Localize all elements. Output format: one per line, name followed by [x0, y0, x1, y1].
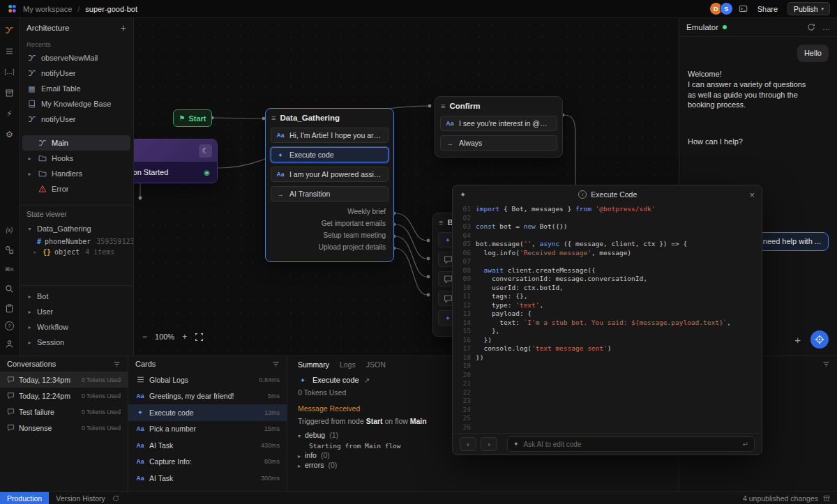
- card-log-row[interactable]: Global Logs 0.84ms: [128, 372, 287, 388]
- recents-item[interactable]: My Knowledge Base: [22, 96, 130, 112]
- zoom-out-button[interactable]: −: [142, 332, 147, 342]
- flow-card[interactable]: → AI Transition: [271, 186, 389, 201]
- bolt-icon[interactable]: ⚡: [3, 107, 16, 120]
- tree-item[interactable]: Error: [22, 181, 130, 197]
- conversation-row[interactable]: Nonsense 0 Tokens Used: [0, 420, 128, 436]
- trigger-body[interactable]: Conversation Started ◉: [134, 162, 217, 183]
- breadcrumb-workspace[interactable]: My workspace: [23, 5, 72, 13]
- card-log-row[interactable]: Aa AI Task 430ms: [128, 437, 287, 454]
- state-group[interactable]: ▸ Workflow: [22, 319, 130, 335]
- chat-console-icon[interactable]: [739, 4, 748, 13]
- state-root[interactable]: ▾ Data_Gathering: [22, 221, 130, 236]
- cmdk-icon[interactable]: ⌘K: [3, 263, 16, 275]
- state-group[interactable]: ▸ Bot: [22, 289, 130, 304]
- recents-item[interactable]: notifyUser: [22, 112, 130, 127]
- person-icon[interactable]: [3, 337, 16, 350]
- log-group-label: debug: [305, 431, 325, 439]
- flow-card[interactable]: → Always: [440, 135, 557, 151]
- tree-item[interactable]: Main: [22, 135, 130, 151]
- attachment-button[interactable]: +: [794, 334, 801, 346]
- drag-handle-icon[interactable]: ≡: [441, 102, 445, 110]
- avatar[interactable]: S: [720, 2, 733, 15]
- recents-item[interactable]: notifyUser: [22, 66, 130, 81]
- code-editor[interactable]: 01 02 03 04 05 06 07 08 09 10 11 12 13 1…: [453, 204, 762, 433]
- botpress-logo-icon[interactable]: [7, 3, 17, 14]
- drag-handle-icon[interactable]: ≡: [439, 218, 443, 227]
- transition-row[interactable]: Get important emails: [266, 217, 393, 229]
- flow-card[interactable]: ✦ Execute code: [271, 147, 389, 162]
- Aa-icon: Aa: [135, 425, 145, 432]
- flow-card[interactable]: Aa I am your AI powered assistant: [271, 167, 389, 182]
- card-log-row[interactable]: Aa Greetings, my dear friend! 5ms: [128, 388, 287, 405]
- flow-card[interactable]: Aa Hi, I'm Artie! I hope you are havi...: [271, 128, 389, 143]
- brackets-icon[interactable]: […]: [3, 66, 16, 78]
- state-variable[interactable]: # phoneNumber 3593591234: [20, 236, 133, 247]
- code-lines[interactable]: import { Bot, messages } from '@botpress…: [476, 205, 762, 433]
- chevron-icon: ▸: [33, 250, 39, 255]
- transition-row[interactable]: Weekly brief: [266, 206, 393, 217]
- previous-button[interactable]: ‹: [460, 437, 476, 451]
- state-variable[interactable]: ▸ {} object 4 items: [20, 247, 133, 257]
- node-header[interactable]: ≡ Data_Gathering: [266, 109, 393, 126]
- start-node[interactable]: ⚑ Start: [173, 109, 212, 127]
- varx-icon[interactable]: (x): [3, 224, 16, 236]
- recents-item[interactable]: ▦ Email Table: [22, 81, 130, 96]
- card-log-row[interactable]: Aa Capture Info: 80ms: [128, 454, 287, 471]
- node-data-gathering[interactable]: ≡ Data_Gathering Aa Hi, I'm Artie! I hop…: [265, 108, 394, 262]
- ask-ai-input[interactable]: ✦ Ask AI to edit code ↵: [507, 436, 755, 452]
- flow-card[interactable]: Aa I see you're interest in @workfl...: [440, 116, 557, 131]
- next-button[interactable]: ›: [481, 437, 497, 451]
- version-history-button[interactable]: Version History: [49, 494, 112, 503]
- gear-icon[interactable]: ⚙: [3, 128, 16, 141]
- transition-label: Get important emails: [322, 220, 386, 227]
- tree-item[interactable]: ▸ Hooks: [22, 151, 130, 166]
- publish-button[interactable]: Publish ▾: [787, 2, 830, 15]
- breadcrumb-project[interactable]: super-good-bot: [85, 5, 137, 13]
- history-icon[interactable]: [112, 495, 119, 502]
- more-options-icon[interactable]: …: [822, 23, 830, 31]
- node-confirm[interactable]: ≡ Confirm Aa I see you're interest in @w…: [435, 96, 563, 158]
- inspector-tab[interactable]: Summary: [298, 360, 329, 369]
- locate-node-button[interactable]: [810, 330, 829, 349]
- restart-conversation-icon[interactable]: [807, 23, 815, 31]
- search-icon[interactable]: [3, 282, 16, 295]
- conversation-row[interactable]: Today, 12:34pm 0 Tokens Used: [0, 372, 128, 388]
- zoom-in-button[interactable]: +: [182, 332, 187, 342]
- inspector-tab[interactable]: Logs: [340, 360, 356, 369]
- architecture-icon[interactable]: [3, 24, 16, 36]
- bubble-icon: [443, 294, 453, 303]
- conversation-row[interactable]: Test failure 0 Tokens Used: [0, 404, 128, 420]
- filter-icon[interactable]: [272, 360, 280, 368]
- production-toggle[interactable]: Production: [0, 492, 49, 504]
- publish-label: Publish: [794, 5, 817, 13]
- inspector-tab[interactable]: JSON: [366, 360, 386, 369]
- filter-icon[interactable]: [822, 360, 830, 368]
- list-icon[interactable]: [3, 45, 16, 57]
- archive-icon[interactable]: [3, 86, 16, 99]
- drag-handle-icon[interactable]: ≡: [271, 114, 276, 122]
- filter-icon[interactable]: [113, 360, 121, 368]
- log-group-toggle[interactable]: errors (0): [298, 461, 668, 469]
- card-log-row[interactable]: Aa AI Task 300ms: [128, 470, 287, 487]
- state-group[interactable]: ▸ User: [22, 304, 130, 319]
- help-icon[interactable]: ?: [5, 321, 14, 330]
- node-conversation-started[interactable]: ☾ Conversation Started ◉: [134, 139, 218, 183]
- conversation-row[interactable]: Today, 12:24pm 0 Tokens Used: [0, 388, 128, 404]
- state-group[interactable]: ▸ Session: [22, 335, 130, 350]
- chevron-icon: [298, 461, 301, 469]
- fit-view-button[interactable]: [195, 333, 204, 342]
- transition-row[interactable]: Setup team meeting: [266, 229, 393, 241]
- clipboard-icon[interactable]: [3, 302, 16, 314]
- moon-icon[interactable]: ☾: [199, 144, 212, 158]
- shapes-icon[interactable]: [3, 243, 16, 256]
- share-button[interactable]: Share: [753, 3, 782, 15]
- tree-item[interactable]: ▸ Handlers: [22, 166, 130, 181]
- open-in-editor-icon[interactable]: ↗: [364, 376, 370, 384]
- card-log-row[interactable]: Aa Pick a number 15ms: [128, 421, 287, 438]
- recents-item[interactable]: observeNewMail: [22, 50, 130, 66]
- add-flow-button[interactable]: +: [121, 22, 126, 33]
- transition-row[interactable]: Upload project details: [266, 241, 393, 253]
- node-header[interactable]: ≡ Confirm: [435, 97, 562, 114]
- card-log-row[interactable]: ✦ Execute code 13ms: [128, 404, 287, 421]
- close-icon[interactable]: ×: [749, 190, 755, 200]
